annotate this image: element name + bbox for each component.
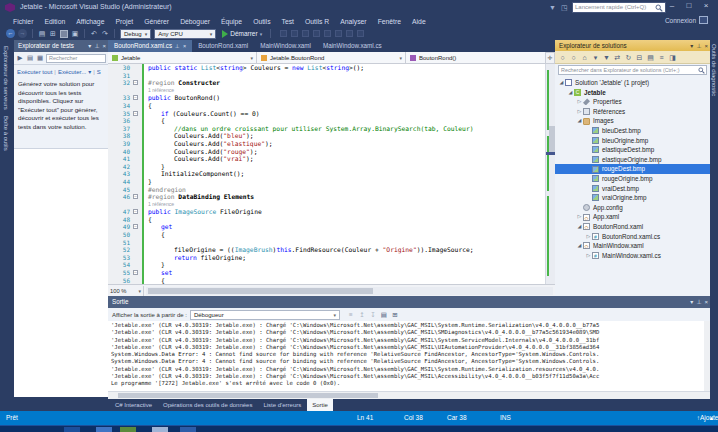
menu-item[interactable]: Aide: [407, 17, 431, 26]
taskbar-start-button[interactable]: [64, 427, 80, 432]
menu-item[interactable]: Équipe: [216, 17, 247, 26]
output-source-dropdown[interactable]: Débogueur▾: [190, 310, 340, 320]
close-icon[interactable]: ×: [704, 296, 708, 308]
collapse-region-icon[interactable]: –: [133, 111, 138, 116]
collapse-region-icon[interactable]: –: [133, 209, 138, 214]
save-icon[interactable]: [60, 30, 68, 38]
editor-zoom-dropdown[interactable]: 100 %▾: [108, 286, 144, 296]
new-file-icon[interactable]: ▤: [38, 30, 46, 38]
navigation-dropdown[interactable]: Jetable.BoutonRond▾: [257, 52, 406, 63]
navigation-dropdown[interactable]: Jetable▾: [108, 52, 257, 63]
minimize-button[interactable]: –: [664, 0, 680, 13]
tree-item[interactable]: App.config: [555, 203, 710, 213]
bottom-tab[interactable]: C# Interactive: [110, 399, 157, 411]
collapse-region-icon[interactable]: –: [133, 80, 138, 85]
tree-item[interactable]: ◢◇MainWindow.xaml: [555, 241, 710, 251]
pin-icon[interactable]: ⊥: [696, 296, 701, 308]
menu-item[interactable]: Fenêtre: [373, 17, 406, 26]
window-position-icon[interactable]: ▾: [690, 40, 693, 52]
document-tab[interactable]: MainWindow.xaml: [254, 40, 317, 52]
undo-icon[interactable]: ↶: [90, 30, 98, 38]
clear-all-icon[interactable]: ▤: [380, 311, 388, 319]
taskbar-app-icon[interactable]: [180, 427, 196, 432]
tree-item[interactable]: ◢◇BoutonRond.xaml: [555, 222, 710, 232]
tree-item[interactable]: vraiOrigine.bmp: [555, 193, 710, 203]
collapse-region-icon[interactable]: –: [133, 95, 138, 100]
find-in-files-icon[interactable]: [346, 30, 353, 37]
tree-item[interactable]: rougeDest.bmp: [555, 164, 710, 174]
bottom-tab[interactable]: Opérations des outils de données: [158, 399, 257, 411]
pin-icon[interactable]: ⊥: [94, 40, 99, 52]
tree-item[interactable]: ▷Références: [555, 107, 710, 117]
tool-window-tab[interactable]: Explorateur de serveurs: [3, 46, 9, 110]
pin-icon[interactable]: ⊥: [696, 40, 701, 52]
break-all-icon[interactable]: [280, 30, 287, 37]
tree-item[interactable]: vraiDest.bmp: [555, 184, 710, 194]
menu-item[interactable]: Déboguer: [175, 17, 215, 26]
tree-item[interactable]: elastiqueOrigine.bmp: [555, 155, 710, 165]
menu-item[interactable]: Projet: [110, 17, 138, 26]
expander-closed-icon[interactable]: ▷: [585, 232, 592, 242]
home-icon[interactable]: ⌂: [580, 53, 589, 62]
maximize-button[interactable]: □: [681, 0, 697, 13]
tree-item[interactable]: ▷Properties: [555, 97, 710, 107]
restart-icon[interactable]: [302, 30, 309, 37]
quick-launch-input[interactable]: Lancement rapide (Ctrl+Q): [572, 2, 666, 13]
expander-open-icon[interactable]: ◢: [576, 241, 583, 251]
menu-item[interactable]: Affichage: [71, 17, 109, 26]
split-window-button[interactable]: ✛: [545, 52, 555, 64]
stop-debugging-icon[interactable]: [291, 30, 298, 37]
window-position-icon[interactable]: ▾: [88, 40, 91, 52]
tree-item[interactable]: rougeOrigine.bmp: [555, 174, 710, 184]
find-message-icon[interactable]: ≡: [347, 311, 355, 319]
taskbar-app-icon[interactable]: [152, 427, 168, 432]
collapse-region-icon[interactable]: –: [133, 194, 138, 199]
output-vertical-scrollbar[interactable]: [704, 321, 710, 391]
feedback-icon[interactable]: ◳: [561, 4, 569, 11]
expander-open-icon[interactable]: ◢: [576, 222, 583, 232]
collapse-region-icon[interactable]: –: [133, 224, 138, 229]
expander-closed-icon[interactable]: ▷: [576, 97, 583, 107]
start-debugging-button[interactable]: Démarrer▾: [219, 30, 265, 38]
document-tab[interactable]: BoutonRond.xaml: [192, 40, 254, 52]
solution-explorer-search-input[interactable]: Rechercher dans Explorateur de solutions…: [558, 65, 707, 75]
switch-views-icon[interactable]: ▾: [591, 53, 600, 62]
step-into-icon[interactable]: [313, 30, 320, 37]
tree-item[interactable]: ◢Images: [555, 116, 710, 126]
solution-configuration-dropdown[interactable]: Debug▾: [120, 29, 151, 39]
tree-item[interactable]: bleuDest.bmp: [555, 126, 710, 136]
expander-open-icon[interactable]: ◢: [576, 116, 583, 126]
tree-item[interactable]: ▷#MainWindow.xaml.cs: [555, 251, 710, 261]
sync-with-active-document-icon[interactable]: ⇄: [613, 53, 622, 62]
step-over-icon[interactable]: [324, 30, 331, 37]
test-list-empty-area[interactable]: [14, 148, 108, 397]
window-position-icon[interactable]: ▾: [690, 296, 693, 308]
sign-in-button[interactable]: Connexion: [665, 16, 708, 24]
output-log[interactable]: 'Jetable.exe' (CLR v4.0.30319: Jetable.e…: [108, 321, 710, 391]
menu-item[interactable]: Outils R: [300, 17, 334, 26]
show-all-files-icon[interactable]: ▤: [646, 53, 655, 62]
tree-item[interactable]: elastiqueDest.bmp: [555, 145, 710, 155]
taskbar-app-icon[interactable]: [120, 427, 136, 432]
navigate-forward-icon[interactable]: →: [18, 29, 27, 38]
step-out-icon[interactable]: [335, 30, 342, 37]
close-icon[interactable]: ×: [102, 40, 106, 52]
preview-selected-icon[interactable]: ◨: [668, 53, 677, 62]
close-icon[interactable]: ×: [183, 40, 186, 52]
navigate-backward-icon[interactable]: ←: [6, 29, 15, 38]
toggle-word-wrap-icon[interactable]: ⊞: [391, 311, 399, 319]
expander-closed-icon[interactable]: ▷: [576, 107, 583, 117]
navigation-dropdown[interactable]: BoutonRond()▾: [406, 52, 555, 63]
menu-item[interactable]: Générer: [139, 17, 174, 26]
back-icon[interactable]: ○: [558, 53, 567, 62]
add-to-source-control-button[interactable]: ↑ Ajouter au contrôle de code source: [697, 411, 700, 425]
taskbar-app-icon[interactable]: [96, 427, 112, 432]
bottom-tab[interactable]: Liste d'erreurs: [258, 399, 306, 411]
properties-icon[interactable]: ≡: [657, 53, 666, 62]
filter-icon[interactable]: ▦: [36, 54, 44, 62]
bottom-tab[interactable]: Sortie: [307, 399, 333, 411]
tree-item[interactable]: ◢Solution 'Jetable' (1 projet): [555, 78, 710, 88]
refresh-icon[interactable]: ↻: [624, 53, 633, 62]
forward-icon[interactable]: ○: [569, 53, 578, 62]
tree-item[interactable]: ◢CJetable: [555, 88, 710, 98]
